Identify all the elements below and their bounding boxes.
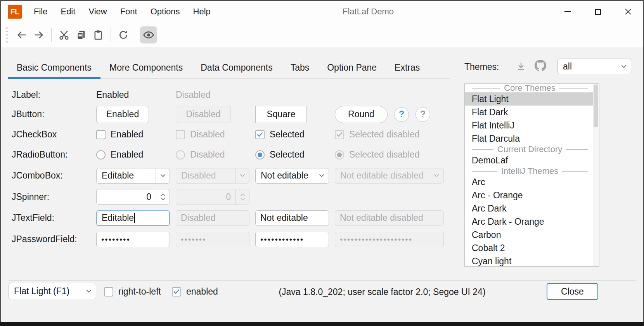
themes-list: Core Themes Flat Light Flat Dark Flat In… bbox=[464, 83, 599, 267]
tab-data-components[interactable]: Data Components bbox=[192, 57, 281, 78]
tab-more-components[interactable]: More Components bbox=[100, 57, 192, 78]
menu-help[interactable]: Help bbox=[187, 1, 217, 23]
theme-item-flat-dark[interactable]: Flat Dark bbox=[465, 106, 593, 119]
chevron-down-icon[interactable] bbox=[156, 168, 170, 183]
app-logo-icon: FL bbox=[8, 5, 22, 19]
minimize-button[interactable] bbox=[552, 1, 583, 23]
radio-icon bbox=[96, 150, 106, 160]
tab-tabs[interactable]: Tabs bbox=[282, 57, 319, 78]
tab-extras[interactable]: Extras bbox=[386, 57, 429, 78]
theme-item-flat-darcula[interactable]: Flat Darcula bbox=[465, 132, 593, 145]
combobox-value: Disabled bbox=[176, 170, 235, 181]
theme-item-arc-orange[interactable]: Arc - Orange bbox=[465, 189, 593, 202]
forward-button[interactable] bbox=[30, 26, 47, 43]
app-window: FL File Edit View Font Options Help Flat… bbox=[0, 0, 644, 326]
square-button[interactable]: Square bbox=[255, 106, 307, 123]
radio-selected[interactable]: Selected bbox=[255, 149, 305, 160]
checkbox-selected[interactable]: Selected bbox=[255, 129, 305, 140]
checkbox-icon bbox=[176, 130, 185, 139]
tab-strip: Basic Components More Components Data Co… bbox=[8, 57, 450, 79]
toolbar-grip-handle[interactable] bbox=[6, 27, 8, 43]
spinner-buttons[interactable] bbox=[156, 189, 170, 204]
jbutton-row-label: JButton: bbox=[12, 104, 96, 125]
laf-selector-combobox[interactable]: Flat Light (F1) bbox=[9, 283, 96, 299]
copy-button[interactable] bbox=[73, 26, 90, 43]
chevron-up-icon bbox=[240, 193, 245, 196]
checkbox-icon bbox=[96, 130, 106, 139]
theme-item-carbon[interactable]: Carbon bbox=[465, 228, 593, 241]
menu-view[interactable]: View bbox=[82, 1, 113, 23]
maximize-button[interactable] bbox=[583, 1, 613, 23]
chevron-down-icon[interactable] bbox=[82, 283, 96, 299]
right-to-left-checkbox[interactable]: right-to-left bbox=[104, 286, 161, 297]
theme-group-label: Current Directory bbox=[497, 144, 562, 154]
theme-item-arc-dark-orange[interactable]: Arc Dark - Orange bbox=[465, 215, 593, 228]
combobox-disabled: Disabled bbox=[176, 168, 249, 184]
basic-components-panel: JLabel: Enabled Disabled JButton: Enable… bbox=[12, 85, 444, 250]
theme-item-demolaf[interactable]: DemoLaf bbox=[465, 154, 593, 167]
toolbar bbox=[1, 23, 643, 47]
help-button-disabled: ? bbox=[415, 107, 430, 122]
scrollbar-thumb[interactable] bbox=[594, 85, 598, 127]
radio-enabled[interactable]: Enabled bbox=[96, 149, 143, 160]
combobox-not-editable[interactable]: Not editable bbox=[255, 168, 329, 184]
close-button[interactable]: Close bbox=[547, 283, 598, 300]
themes-scrollbar[interactable] bbox=[593, 84, 599, 266]
theme-item-flat-light[interactable]: Flat Light bbox=[465, 92, 593, 106]
theme-filter-value: all bbox=[558, 61, 617, 72]
github-button[interactable] bbox=[534, 59, 547, 72]
theme-filter-combobox[interactable]: all bbox=[557, 59, 631, 74]
spinner-enabled[interactable]: 0 bbox=[96, 189, 170, 205]
theme-item-arc-dark[interactable]: Arc Dark bbox=[465, 202, 593, 215]
help-button[interactable]: ? bbox=[394, 107, 409, 122]
menu-edit[interactable]: Edit bbox=[54, 1, 82, 23]
textfield-editable[interactable]: Editable bbox=[96, 210, 170, 226]
show-toggle-button[interactable] bbox=[140, 26, 157, 43]
menu-font[interactable]: Font bbox=[114, 1, 144, 23]
jcombobox-row-label: JComboBox: bbox=[12, 165, 96, 186]
chevron-down-icon[interactable] bbox=[315, 168, 329, 183]
passwordfield-not-editable[interactable]: •••••••••••• bbox=[255, 232, 329, 247]
enabled-button[interactable]: Enabled bbox=[96, 106, 149, 123]
enabled-checkbox[interactable]: enabled bbox=[172, 286, 218, 297]
textfield-not-editable[interactable]: Not editable bbox=[255, 210, 329, 226]
tab-label: Data Components bbox=[201, 62, 272, 73]
tab-basic-components[interactable]: Basic Components bbox=[8, 57, 100, 78]
jcheckbox-row-label: JCheckBox bbox=[12, 125, 96, 144]
jtextfield-row-label: JTextField: bbox=[12, 207, 96, 229]
textfield-disabled: Disabled bbox=[176, 210, 249, 226]
theme-item-flat-intellij[interactable]: Flat IntelliJ bbox=[465, 119, 593, 132]
eye-icon bbox=[143, 29, 154, 41]
checkbox-label: Enabled bbox=[111, 129, 143, 140]
round-button[interactable]: Round bbox=[335, 106, 388, 123]
tab-option-pane[interactable]: Option Pane bbox=[318, 57, 386, 78]
refresh-button[interactable] bbox=[115, 26, 132, 43]
passwordfield-disabled: ••••••• bbox=[176, 232, 249, 247]
chevron-down-icon bbox=[161, 198, 166, 201]
theme-item-cyan-light[interactable]: Cyan light bbox=[465, 255, 593, 267]
toolbar-separator bbox=[111, 28, 111, 42]
chevron-down-icon bbox=[240, 198, 245, 201]
passwordfield-enabled[interactable]: •••••••• bbox=[96, 232, 170, 247]
combobox-editable[interactable]: Editable bbox=[96, 168, 170, 184]
paste-button[interactable] bbox=[90, 26, 107, 43]
jlabel-disabled: Disabled bbox=[176, 85, 255, 104]
cut-button[interactable] bbox=[55, 26, 73, 43]
back-button[interactable] bbox=[13, 26, 30, 43]
theme-group-separator: Core Themes bbox=[465, 84, 593, 92]
close-icon bbox=[625, 8, 632, 15]
spinner-value[interactable]: 0 bbox=[97, 192, 156, 202]
download-themes-button[interactable] bbox=[514, 60, 528, 73]
checkbox-label: right-to-left bbox=[118, 286, 161, 297]
spinner-disabled: 0 bbox=[176, 189, 249, 205]
maximize-icon bbox=[595, 9, 601, 15]
checkbox-label: enabled bbox=[186, 286, 218, 297]
theme-item-cobalt-2[interactable]: Cobalt 2 bbox=[465, 241, 593, 255]
menu-file[interactable]: File bbox=[27, 1, 54, 23]
checkbox-enabled[interactable]: Enabled bbox=[96, 129, 143, 140]
theme-item-arc[interactable]: Arc bbox=[465, 175, 593, 189]
radio-selected-disabled: Selected disabled bbox=[335, 149, 420, 160]
close-window-button[interactable] bbox=[613, 1, 643, 23]
github-icon bbox=[535, 60, 546, 71]
menu-options[interactable]: Options bbox=[144, 1, 187, 23]
